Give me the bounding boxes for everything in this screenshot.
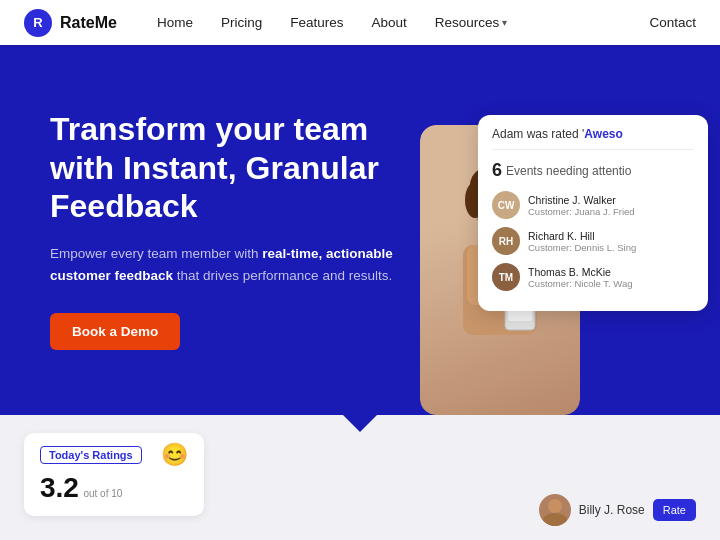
nav-links: Home Pricing Features About Resources ▾ <box>157 15 650 30</box>
rating-number: 3.2 <box>40 472 79 503</box>
notif-sub-2: Customer: Dennis L. Sing <box>528 242 636 253</box>
logo-icon: R <box>24 9 52 37</box>
notif-highlight: Aweso <box>584 127 622 141</box>
brand-name: RateMe <box>60 14 117 32</box>
rate-button[interactable]: Rate <box>653 499 696 521</box>
notif-top-text: Adam was rated 'Aweso <box>492 127 694 150</box>
nav-features[interactable]: Features <box>290 15 343 30</box>
notif-avatar-3: TM <box>492 263 520 291</box>
avatar-svg <box>539 494 571 526</box>
hero-description: Empower every team member with real-time… <box>50 243 410 286</box>
nav-pricing[interactable]: Pricing <box>221 15 262 30</box>
book-demo-button[interactable]: Book a Demo <box>50 313 180 350</box>
notif-sub-3: Customer: Nicole T. Wag <box>528 278 633 289</box>
hero-section: Transform your team with Instant, Granul… <box>0 45 720 415</box>
events-label: Events needing attentio <box>506 164 631 178</box>
chevron-down-icon: ▾ <box>502 17 507 28</box>
notif-avatar-2: RH <box>492 227 520 255</box>
bottom-section: Today's Ratings 3.2 out of 10 😊 Billy J.… <box>0 415 720 540</box>
bottom-user-name: Billy J. Rose <box>579 503 645 517</box>
notif-item-3: TM Thomas B. McKie Customer: Nicole T. W… <box>492 263 694 291</box>
bottom-user-avatar <box>539 494 571 526</box>
navbar: R RateMe Home Pricing Features About Res… <box>0 0 720 45</box>
notif-item-1: CW Christine J. Walker Customer: Juana J… <box>492 191 694 219</box>
notif-name-2: Richard K. Hill <box>528 230 636 242</box>
hero-content: Transform your team with Instant, Granul… <box>50 110 410 349</box>
logo-area[interactable]: R RateMe <box>24 9 117 37</box>
rating-sub: out of 10 <box>83 488 122 499</box>
nav-home[interactable]: Home <box>157 15 193 30</box>
notif-avatar-1: CW <box>492 191 520 219</box>
rating-emoji: 😊 <box>161 442 188 468</box>
notif-name-3: Thomas B. McKie <box>528 266 633 278</box>
bottom-user-area: Billy J. Rose Rate <box>539 494 696 526</box>
notification-card: Adam was rated 'Aweso 6 Events needing a… <box>478 115 708 311</box>
notif-sub-1: Customer: Juana J. Fried <box>528 206 635 217</box>
svg-point-15 <box>543 513 567 526</box>
connector-triangle <box>342 414 378 432</box>
events-count: 6 <box>492 160 502 181</box>
ratings-card: Today's Ratings 3.2 out of 10 😊 <box>24 433 204 516</box>
nav-about[interactable]: About <box>371 15 406 30</box>
nav-contact[interactable]: Contact <box>649 15 696 30</box>
nav-resources[interactable]: Resources ▾ <box>435 15 508 30</box>
hero-title: Transform your team with Instant, Granul… <box>50 110 410 225</box>
notif-name-1: Christine J. Walker <box>528 194 635 206</box>
ratings-card-title: Today's Ratings <box>40 446 142 464</box>
svg-point-14 <box>548 499 562 513</box>
notif-count-row: 6 Events needing attentio <box>492 160 694 181</box>
notif-item-2: RH Richard K. Hill Customer: Dennis L. S… <box>492 227 694 255</box>
